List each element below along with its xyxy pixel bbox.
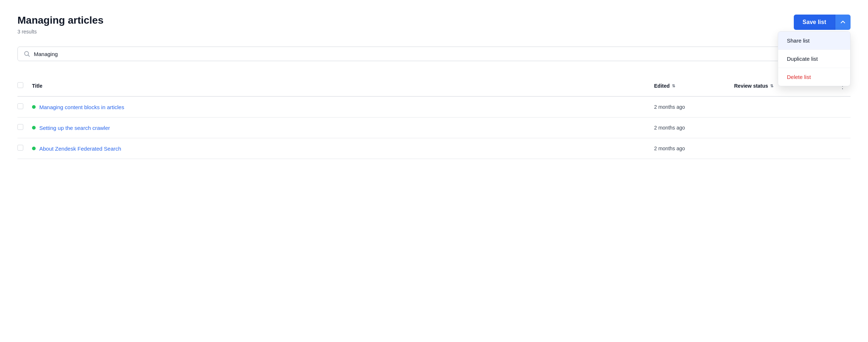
row-2-title-cell: Setting up the search crawler — [32, 125, 654, 131]
row-2-checkbox-cell — [17, 124, 32, 131]
chevron-up-icon — [840, 20, 845, 25]
select-all-checkbox[interactable] — [17, 82, 23, 88]
row-1-checkbox[interactable] — [17, 103, 23, 109]
table-header: Title Edited ⇅ Review status ⇅ ⋮ — [17, 76, 851, 97]
row-1-edited-cell: 2 months ago — [654, 104, 734, 110]
row-1-title-cell: Managing content blocks in articles — [32, 104, 654, 110]
table-container: Title Edited ⇅ Review status ⇅ ⋮ Managin… — [17, 76, 851, 159]
table-row: Managing content blocks in articles 2 mo… — [17, 97, 851, 118]
row-3-checkbox-cell — [17, 145, 32, 152]
search-input[interactable] — [34, 51, 780, 57]
row-1-checkbox-cell — [17, 103, 32, 111]
row-2-edited-cell: 2 months ago — [654, 125, 734, 131]
row-3-edited-cell: 2 months ago — [654, 146, 734, 151]
row-2-checkbox[interactable] — [17, 124, 23, 130]
row-3-article-link[interactable]: About Zendesk Federated Search — [39, 146, 121, 152]
save-list-button[interactable]: Save list — [794, 15, 835, 30]
page-header: Managing articles 3 results Save list Sh… — [17, 15, 851, 35]
dropdown-item-share[interactable]: Share list — [778, 32, 850, 50]
row-3-title-cell: About Zendesk Federated Search — [32, 146, 654, 152]
row-1-article-link[interactable]: Managing content blocks in articles — [39, 104, 124, 110]
row-3-checkbox[interactable] — [17, 145, 23, 151]
edited-sort-icon: ⇅ — [672, 84, 675, 88]
page-title: Managing articles — [17, 15, 104, 26]
review-status-sort-icon: ⇅ — [770, 84, 773, 88]
header-right: Save list Share list Duplicate list Dele… — [794, 15, 851, 30]
results-count: 3 results — [17, 29, 37, 35]
search-box — [17, 47, 787, 61]
save-list-btn-group: Save list — [794, 15, 851, 30]
row-2-article-link[interactable]: Setting up the search crawler — [39, 125, 110, 131]
header-left: Managing articles 3 results — [17, 15, 104, 35]
column-edited[interactable]: Edited ⇅ — [654, 83, 734, 89]
row-2-status-dot — [32, 126, 36, 130]
table-row: About Zendesk Federated Search 2 months … — [17, 138, 851, 159]
search-icon — [24, 51, 30, 57]
table-row: Setting up the search crawler 2 months a… — [17, 118, 851, 138]
svg-line-1 — [28, 55, 30, 57]
dropdown-item-duplicate[interactable]: Duplicate list — [778, 50, 850, 68]
search-filter-row: Filters — [17, 47, 851, 61]
header-checkbox-cell — [17, 82, 32, 90]
dropdown-menu: Share list Duplicate list Delete list — [778, 31, 851, 86]
svg-point-0 — [25, 52, 29, 56]
row-3-status-dot — [32, 147, 36, 150]
dropdown-item-delete[interactable]: Delete list — [778, 68, 850, 86]
save-list-chevron-button[interactable] — [835, 15, 851, 30]
row-1-status-dot — [32, 105, 36, 109]
column-title: Title — [32, 83, 654, 89]
